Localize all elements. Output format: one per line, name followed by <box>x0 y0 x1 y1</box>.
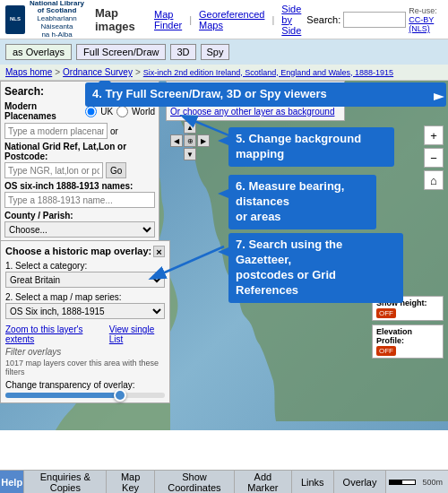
callout-5: 5. Change background mapping <box>228 127 394 167</box>
search-panel-title-text: Search: <box>4 85 44 98</box>
reuse-label: Re-use: CC-BY (NLS) <box>409 6 443 33</box>
pan-down-button[interactable]: ▼ <box>184 148 196 160</box>
breadcrumb-ordnance[interactable]: Ordnance Survey <box>63 67 133 77</box>
filter-section: Filter overlays 1017 map layers cover th… <box>5 347 165 376</box>
add-marker-button[interactable]: Add Marker <box>235 471 292 494</box>
spy-button[interactable]: Spy <box>201 44 230 60</box>
map-series-select[interactable]: OS Six inch, 1888-1915 <box>5 303 165 319</box>
elevation-label: Elevation Profile: <box>376 327 439 345</box>
cat-label: 1. Select a category: <box>5 261 165 271</box>
bottom-bar: Help Enquiries & Copies Map Key Show Coo… <box>0 470 448 493</box>
nav-georef[interactable]: Georeferenced Maps <box>199 9 264 30</box>
map-zoom-controls: + − ⌂ <box>424 125 444 190</box>
county-select[interactable]: Choose... <box>4 221 155 238</box>
world-radio[interactable] <box>116 106 128 117</box>
overlay-button[interactable]: Overlay <box>334 471 387 494</box>
slider-fill <box>5 393 117 398</box>
toolbar: as Overlays Full Screen/Draw 3D Spy <box>0 39 448 65</box>
nav-sidebyside[interactable]: Side by Side <box>281 4 301 36</box>
map-key-button[interactable]: Map Key <box>107 471 155 494</box>
overlays-button[interactable]: as Overlays <box>5 44 72 60</box>
zoom-out-button[interactable]: − <box>424 148 444 168</box>
or-label: or <box>110 126 118 136</box>
elevation-panel: Elevation Profile: OFF <box>372 324 444 359</box>
callout-6: 6. Measure bearing, distances or areas <box>228 175 376 229</box>
zoom-extents-link[interactable]: Zoom to this layer's extents <box>5 324 104 344</box>
slider-track <box>5 393 165 398</box>
county-label: County / Parish: <box>4 211 155 221</box>
pan-left-button[interactable]: ◀ <box>170 134 183 147</box>
header-search-area: Search: Re-use: CC-BY (NLS) <box>306 6 443 33</box>
callout7-arrow-icon <box>216 246 230 258</box>
os-names-input[interactable] <box>4 192 155 208</box>
transparency-label: Change transparency of overlay: <box>5 380 165 390</box>
pan-right-button[interactable]: ▶ <box>197 134 210 147</box>
ngr-go-button[interactable]: Go <box>106 162 126 178</box>
help-button[interactable]: Help <box>0 471 24 494</box>
overlay-panel-header: Choose a historic map overlay: × <box>5 246 165 257</box>
ngr-input[interactable] <box>4 162 103 178</box>
uk-label: UK <box>100 107 113 117</box>
app-title: Map images <box>95 6 149 33</box>
breadcrumb-maps-home[interactable]: Maps home <box>5 67 52 77</box>
scale-text: 500m <box>422 478 443 487</box>
uk-radio[interactable] <box>85 106 97 117</box>
svg-marker-2 <box>218 136 228 145</box>
ngr-section: National Grid Ref, Lat,Lon or Postcode: … <box>4 142 155 178</box>
app-header: NLS National Library of Scotland Leabhar… <box>0 0 448 39</box>
right-tools: Show height: OFF Elevation Profile: OFF <box>372 296 444 359</box>
callout4-arrow-icon <box>434 90 448 104</box>
3d-button[interactable]: 3D <box>170 44 195 60</box>
scale-bar <box>389 480 416 485</box>
overlay-panel-title-text: Choose a historic map overlay: <box>5 246 151 257</box>
search-label: Search: <box>306 14 340 25</box>
home-button[interactable]: ⌂ <box>424 170 444 190</box>
slider-thumb[interactable] <box>114 389 126 402</box>
single-list-link[interactable]: View single List <box>109 324 165 344</box>
modern-placenames-label: Modern Placenames <box>4 101 82 121</box>
show-height-toggle[interactable]: OFF <box>376 308 396 318</box>
county-section: County / Parish: Choose... <box>4 211 155 238</box>
map-series-label: 2. Select a map / map series: <box>5 292 165 302</box>
category-select[interactable]: Great Britain <box>5 272 165 288</box>
map-area[interactable]: 4. Try Full Screen/Draw, 3D or Spy viewe… <box>0 81 448 430</box>
breadcrumb-series[interactable]: Six-inch 2nd edition Ireland, Scotland, … <box>143 68 393 77</box>
logo-area: NLS National Library of Scotland Leabhar… <box>5 0 86 39</box>
os-names-section: OS six-inch 1888-1913 names: <box>4 181 155 208</box>
svg-marker-6 <box>218 247 228 256</box>
transparency-slider-section: Change transparency of overlay: <box>5 380 165 398</box>
svg-marker-5 <box>218 189 228 198</box>
overlay-panel-close[interactable]: × <box>153 246 165 257</box>
os-names-label: OS six-inch 1888-1913 names: <box>4 181 155 191</box>
pan-control: ▲ ◀ ⊕ ▶ ▼ <box>170 121 210 160</box>
pan-center-button[interactable]: ⊕ <box>184 134 196 147</box>
nav-links: Map Finder | Georeferenced Maps | Side b… <box>154 4 301 36</box>
callout6-arrow-icon <box>216 187 230 200</box>
callout5-arrow-icon <box>216 134 230 147</box>
callout-7: 7. Search using the Gazetteer, postcodes… <box>228 233 403 303</box>
world-label: World <box>132 107 155 117</box>
search-panel: Search: × Modern Placenames UK World or … <box>0 81 159 257</box>
callout-4: 4. Try Full Screen/Draw, 3D or Spy viewe… <box>85 82 446 107</box>
enquiries-button[interactable]: Enquiries & Copies <box>24 471 107 494</box>
filter-count: 1017 map layers cover this area with the… <box>5 359 165 376</box>
reuse-link[interactable]: CC-BY (NLS) <box>409 15 434 33</box>
scale-bar-area: 500m <box>386 478 448 487</box>
nav-mapfinder[interactable]: Map Finder <box>154 9 182 30</box>
zoom-in-button[interactable]: + <box>424 125 444 145</box>
logo-text: National Library of Scotland Leabharlann… <box>28 0 86 39</box>
category-row: 1. Select a category: Great Britain <box>5 261 165 290</box>
overlay-links: Zoom to this layer's extents View single… <box>5 324 165 344</box>
links-button[interactable]: Links <box>292 471 334 494</box>
fullscreen-button[interactable]: Full Screen/Draw <box>76 44 166 60</box>
modern-placename-input[interactable] <box>4 123 108 139</box>
elevation-toggle[interactable]: OFF <box>376 346 396 356</box>
map-series-row: 2. Select a map / map series: OS Six inc… <box>5 292 165 322</box>
modern-placenames-section: Modern Placenames UK World or <box>4 101 155 139</box>
header-search-input[interactable] <box>343 12 406 28</box>
svg-marker-0 <box>434 93 444 100</box>
breadcrumb: Maps home > Ordnance Survey > Six-inch 2… <box>0 65 448 81</box>
pan-up-button[interactable]: ▲ <box>184 121 196 134</box>
show-coordinates-button[interactable]: Show Coordinates <box>155 471 235 494</box>
choose-other-layer-link[interactable]: Or choose any other layer as background <box>170 107 340 117</box>
